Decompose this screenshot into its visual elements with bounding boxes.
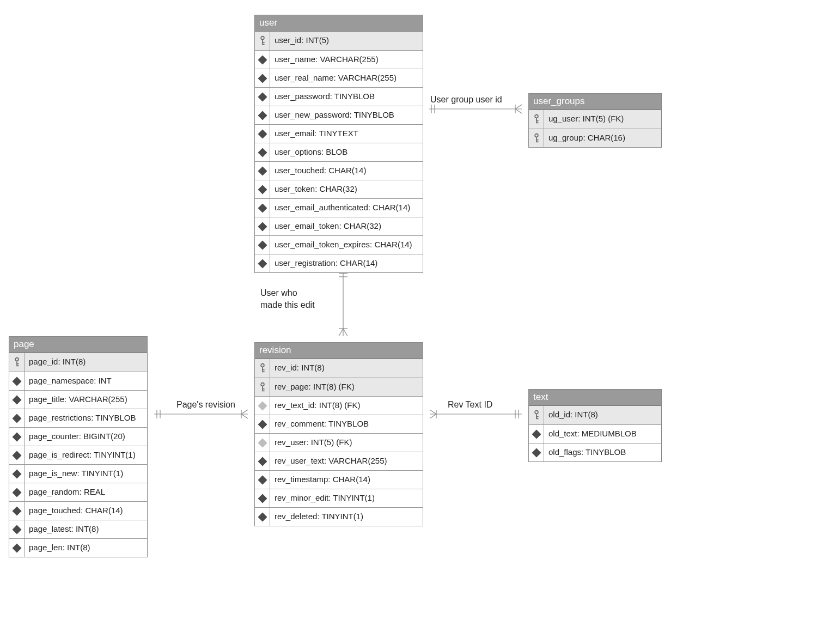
field-icon-cell — [255, 143, 270, 161]
entity-title: page — [9, 337, 147, 353]
field-label: rev_id: INT(8) — [270, 359, 423, 378]
field-label: page_latest: INT(8) — [25, 520, 147, 538]
entity-text[interactable]: textold_id: INT(8)old_text: MEDIUMBLOBol… — [528, 389, 662, 462]
entity-field-row[interactable]: rev_page: INT(8) (FK) — [255, 378, 423, 396]
svg-point-36 — [15, 358, 19, 361]
entity-field-row[interactable]: user_name: VARCHAR(255) — [255, 50, 423, 69]
entity-user-groups[interactable]: user_groupsug_user: INT(5) (FK)ug_group:… — [528, 93, 662, 148]
entity-field-row[interactable]: ug_user: INT(5) (FK) — [529, 110, 661, 129]
entity-field-row[interactable]: user_new_password: TINYBLOB — [255, 106, 423, 124]
entity-field-row[interactable]: user_email_token: CHAR(32) — [255, 217, 423, 235]
entity-fields: user_id: INT(5)user_name: VARCHAR(255)us… — [255, 32, 423, 272]
key-icon — [259, 382, 266, 393]
field-label: old_flags: TINYBLOB — [544, 443, 661, 461]
entity-field-row[interactable]: ug_group: CHAR(16) — [529, 129, 661, 147]
field-icon-cell — [255, 32, 270, 50]
svg-point-44 — [261, 382, 264, 386]
field-icon-cell — [529, 110, 544, 129]
field-label: page_namespace: INT — [25, 372, 147, 390]
entity-field-row[interactable]: user_email_authenticated: CHAR(14) — [255, 198, 423, 217]
entity-field-row[interactable]: page_len: INT(8) — [9, 538, 147, 557]
entity-field-row[interactable]: user_email_token_expires: CHAR(14) — [255, 235, 423, 254]
field-label: user_token: CHAR(32) — [270, 180, 423, 198]
field-label: user_new_password: TINYBLOB — [270, 106, 423, 124]
diamond-icon — [12, 506, 21, 515]
field-icon-cell — [529, 129, 544, 147]
entity-field-row[interactable]: old_text: MEDIUMBLOB — [529, 424, 661, 443]
diamond-icon — [258, 203, 267, 212]
svg-point-48 — [535, 411, 538, 414]
field-icon-cell — [9, 446, 25, 464]
entity-field-row[interactable]: old_flags: TINYBLOB — [529, 443, 661, 461]
diamond-icon — [258, 55, 267, 64]
entity-field-row[interactable]: rev_id: INT(8) — [255, 359, 423, 378]
entity-field-row[interactable]: page_title: VARCHAR(255) — [9, 390, 147, 409]
svg-line-10 — [339, 329, 343, 336]
entity-field-row[interactable]: user_email: TINYTEXT — [255, 124, 423, 143]
field-icon-cell — [255, 378, 270, 396]
entity-field-row[interactable]: user_registration: CHAR(14) — [255, 254, 423, 272]
entity-field-row[interactable]: user_real_name: VARCHAR(255) — [255, 69, 423, 87]
entity-field-row[interactable]: old_id: INT(8) — [529, 406, 661, 424]
entity-field-row[interactable]: rev_text_id: INT(8) (FK) — [255, 396, 423, 415]
svg-line-21 — [430, 414, 436, 418]
field-icon-cell — [9, 391, 25, 409]
field-label: ug_group: CHAR(16) — [544, 129, 661, 147]
entity-field-row[interactable]: rev_minor_edit: TINYINT(1) — [255, 489, 423, 507]
field-label: rev_user_text: VARCHAR(255) — [270, 452, 423, 470]
diamond-icon — [258, 185, 267, 194]
entity-field-row[interactable]: user_token: CHAR(32) — [255, 180, 423, 198]
field-label: page_is_redirect: TINYINT(1) — [25, 446, 147, 464]
field-label: rev_user: INT(5) (FK) — [270, 434, 423, 452]
relationship-label-user-usergroups: User group user id — [430, 94, 502, 106]
entity-field-row[interactable]: page_id: INT(8) — [9, 353, 147, 372]
entity-fields: ug_user: INT(5) (FK)ug_group: CHAR(16) — [529, 110, 661, 147]
entity-field-row[interactable]: page_is_redirect: TINYINT(1) — [9, 446, 147, 464]
key-icon — [533, 133, 540, 144]
field-label: rev_comment: TINYBLOB — [270, 415, 423, 433]
entity-field-row[interactable]: user_id: INT(5) — [255, 32, 423, 50]
field-icon-cell — [255, 397, 270, 415]
entity-title: revision — [255, 343, 423, 359]
svg-line-5 — [515, 109, 522, 113]
field-label: user_real_name: VARCHAR(255) — [270, 69, 423, 87]
diamond-icon — [258, 222, 267, 231]
field-icon-cell — [255, 471, 270, 489]
entity-field-row[interactable]: rev_timestamp: CHAR(14) — [255, 470, 423, 489]
entity-field-row[interactable]: page_latest: INT(8) — [9, 520, 147, 538]
entity-field-row[interactable]: page_namespace: INT — [9, 372, 147, 390]
entity-user[interactable]: useruser_id: INT(5)user_name: VARCHAR(25… — [254, 15, 423, 273]
entity-fields: old_id: INT(8)old_text: MEDIUMBLOBold_fl… — [529, 406, 661, 461]
field-icon-cell — [529, 425, 544, 443]
entity-field-row[interactable]: user_touched: CHAR(14) — [255, 161, 423, 180]
field-icon-cell — [529, 443, 544, 461]
entity-field-row[interactable]: page_counter: BIGINT(20) — [9, 427, 147, 446]
entity-page[interactable]: pagepage_id: INT(8)page_namespace: INTpa… — [9, 336, 148, 557]
entity-field-row[interactable]: rev_comment: TINYBLOB — [255, 415, 423, 433]
diamond-icon — [258, 438, 267, 447]
field-icon-cell — [255, 452, 270, 470]
diamond-icon — [258, 129, 267, 138]
field-icon-cell — [255, 199, 270, 217]
field-icon-cell — [9, 372, 25, 390]
entity-revision[interactable]: revisionrev_id: INT(8)rev_page: INT(8) (… — [254, 342, 423, 526]
entity-field-row[interactable]: page_touched: CHAR(14) — [9, 501, 147, 520]
entity-field-row[interactable]: rev_deleted: TINYINT(1) — [255, 507, 423, 526]
field-icon-cell — [9, 502, 25, 520]
diamond-icon — [258, 420, 267, 429]
diamond-icon — [12, 432, 21, 441]
entity-field-row[interactable]: page_restrictions: TINYBLOB — [9, 409, 147, 427]
entity-field-row[interactable]: page_is_new: TINYINT(1) — [9, 464, 147, 483]
field-label: user_password: TINYBLOB — [270, 88, 423, 106]
key-icon — [259, 35, 266, 46]
field-label: page_len: INT(8) — [25, 539, 147, 557]
entity-field-row[interactable]: user_options: BLOB — [255, 143, 423, 161]
entity-field-row[interactable]: rev_user: INT(5) (FK) — [255, 433, 423, 452]
field-label: page_id: INT(8) — [25, 353, 147, 372]
entity-field-row[interactable]: user_password: TINYBLOB — [255, 87, 423, 106]
svg-point-24 — [261, 37, 264, 40]
entity-field-row[interactable]: page_random: REAL — [9, 483, 147, 501]
entity-field-row[interactable]: rev_user_text: VARCHAR(255) — [255, 452, 423, 470]
entity-title: user — [255, 15, 423, 32]
field-label: user_touched: CHAR(14) — [270, 162, 423, 180]
